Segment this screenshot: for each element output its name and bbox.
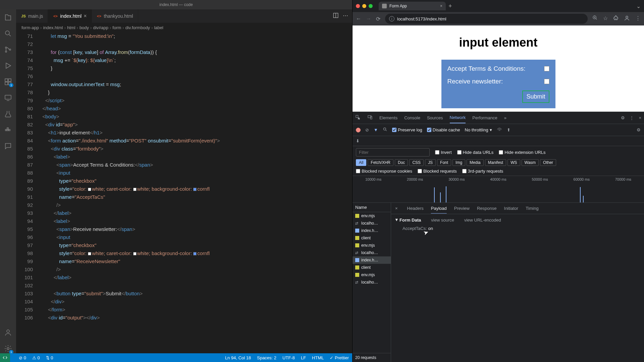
extensions-icon[interactable] bbox=[613, 15, 619, 22]
clear-icon[interactable]: ⊘ bbox=[365, 127, 369, 132]
code-editor[interactable]: 7172737475767778798081828384858687888990… bbox=[16, 32, 352, 353]
chip-manifest[interactable]: Manifest bbox=[485, 159, 506, 166]
blocked-requests-checkbox[interactable]: Blocked requests bbox=[418, 169, 457, 174]
more-tabs-icon[interactable]: » bbox=[504, 115, 506, 120]
extensions-icon[interactable]: 1 bbox=[3, 77, 13, 86]
view-url-encoded-link[interactable]: view URL-encoded bbox=[464, 218, 501, 223]
tab-payload[interactable]: Payload bbox=[431, 206, 447, 211]
status-lang[interactable]: HTML bbox=[312, 355, 324, 360]
chip-doc[interactable]: Doc bbox=[395, 159, 408, 166]
more-icon[interactable]: ⋯ bbox=[343, 12, 348, 20]
devtools-settings-icon[interactable]: ⚙ bbox=[621, 115, 625, 120]
tab-thankyou-html[interactable]: <>thankyou.html bbox=[92, 9, 138, 23]
tab-preview[interactable]: Preview bbox=[454, 206, 470, 211]
breadcrumb[interactable]: form-app› index.html› html› body› div#ap… bbox=[16, 23, 352, 32]
remote-indicator[interactable] bbox=[0, 353, 10, 362]
expand-down-icon[interactable]: ⌄ bbox=[636, 3, 641, 9]
settings-gear-icon[interactable]: 1 bbox=[3, 344, 13, 353]
browser-tab[interactable]: Form App × bbox=[379, 2, 446, 10]
site-info-icon[interactable]: i bbox=[389, 16, 394, 21]
chip-js[interactable]: JS bbox=[425, 159, 436, 166]
network-settings-icon[interactable]: ⚙ bbox=[637, 127, 641, 132]
request-row[interactable]: ⇄localho… bbox=[353, 220, 391, 227]
chip-all[interactable]: All bbox=[356, 159, 366, 166]
device-toggle-icon[interactable] bbox=[367, 115, 373, 121]
filter-input[interactable] bbox=[356, 148, 430, 157]
split-editor-icon[interactable] bbox=[333, 12, 339, 20]
request-row[interactable]: ⇄localho… bbox=[353, 249, 391, 256]
request-row[interactable]: client bbox=[353, 264, 391, 271]
devtools-close-icon[interactable]: × bbox=[639, 115, 641, 120]
address-bar[interactable]: i localhost:5173/index.html bbox=[385, 14, 588, 24]
tab-index-html[interactable]: <>index.html× bbox=[48, 9, 92, 23]
profile-icon[interactable] bbox=[624, 15, 630, 22]
accept-terms-row[interactable]: Accept Terms & Conditions: bbox=[447, 65, 549, 72]
newsletter-checkbox[interactable] bbox=[544, 79, 549, 84]
bookmark-icon[interactable]: ☆ bbox=[603, 15, 608, 22]
accept-terms-checkbox[interactable] bbox=[544, 66, 549, 71]
inspect-icon[interactable] bbox=[355, 115, 361, 121]
chip-ws[interactable]: WS bbox=[507, 159, 520, 166]
tab-initiator[interactable]: Initiator bbox=[504, 206, 519, 211]
chip-css[interactable]: CSS bbox=[409, 159, 424, 166]
explorer-icon[interactable] bbox=[3, 13, 13, 22]
tab-elements[interactable]: Elements bbox=[379, 113, 397, 123]
chip-other[interactable]: Other bbox=[540, 159, 556, 166]
network-conditions-icon[interactable] bbox=[497, 127, 502, 133]
status-prettier[interactable]: ✓ Prettier bbox=[330, 355, 349, 360]
chip-fetch-xhr[interactable]: Fetch/XHR bbox=[368, 159, 393, 166]
tab-console[interactable]: Console bbox=[404, 113, 420, 123]
chip-img[interactable]: Img bbox=[452, 159, 465, 166]
blocked-cookies-checkbox[interactable]: Blocked response cookies bbox=[356, 169, 412, 174]
filter-toggle-icon[interactable]: ▼ bbox=[374, 127, 378, 132]
remote-icon[interactable] bbox=[3, 93, 13, 103]
forward-icon[interactable]: → bbox=[366, 16, 371, 22]
request-row[interactable]: env.mjs bbox=[353, 212, 391, 220]
tab-network[interactable]: Network bbox=[450, 112, 466, 123]
request-row[interactable]: ⇄localho… bbox=[353, 279, 391, 286]
invert-checkbox[interactable]: Invert bbox=[435, 150, 452, 155]
status-ports[interactable]: ⇅ 0 bbox=[46, 355, 53, 360]
form-data-heading[interactable]: ▸Form Data bbox=[396, 218, 421, 223]
status-spaces[interactable]: Spaces: 2 bbox=[257, 355, 276, 360]
request-row[interactable]: env.mjs bbox=[353, 242, 391, 249]
submit-button[interactable]: Submit bbox=[522, 90, 549, 103]
record-button[interactable] bbox=[356, 128, 361, 132]
tab-sources[interactable]: Sources bbox=[427, 113, 443, 123]
search-icon[interactable] bbox=[383, 127, 387, 133]
export-har-icon[interactable]: ⬇ bbox=[356, 138, 360, 143]
source-control-icon[interactable] bbox=[3, 45, 13, 54]
request-row[interactable]: index.h… bbox=[353, 227, 391, 234]
name-column-header[interactable]: Name bbox=[353, 203, 391, 212]
devtools-menu-icon[interactable]: ⋮ bbox=[630, 115, 634, 120]
back-icon[interactable]: ← bbox=[356, 16, 361, 22]
preserve-log-checkbox[interactable]: Preserve log bbox=[392, 127, 422, 132]
tab-response[interactable]: Response bbox=[477, 206, 497, 211]
third-party-checkbox[interactable]: 3rd-party requests bbox=[462, 169, 503, 174]
close-detail-icon[interactable]: × bbox=[395, 206, 398, 211]
throttling-select[interactable]: No throttling ▾ bbox=[465, 127, 492, 132]
testing-icon[interactable] bbox=[3, 109, 13, 119]
tab-headers[interactable]: Headers bbox=[407, 206, 424, 211]
tab-main-js[interactable]: JSmain.js bbox=[16, 9, 48, 23]
newsletter-row[interactable]: Receive newsletter: bbox=[447, 78, 549, 85]
docker-icon[interactable] bbox=[3, 125, 13, 135]
request-row[interactable]: env.mjs bbox=[353, 271, 391, 279]
chip-wasm[interactable]: Wasm bbox=[522, 159, 539, 166]
request-row[interactable]: client bbox=[353, 234, 391, 242]
hide-data-urls-checkbox[interactable]: Hide data URLs bbox=[457, 150, 494, 155]
tab-timing[interactable]: Timing bbox=[526, 206, 539, 211]
comments-icon[interactable] bbox=[3, 141, 13, 151]
code-content[interactable]: let msg = "You submitted:\n"; for (const… bbox=[40, 32, 352, 353]
tab-performance[interactable]: Performance bbox=[472, 113, 497, 123]
hide-ext-urls-checkbox[interactable]: Hide extension URLs bbox=[499, 150, 545, 155]
new-tab-icon[interactable]: + bbox=[448, 3, 452, 10]
status-errors[interactable]: ⊘ 0 bbox=[19, 355, 26, 360]
zoom-icon[interactable] bbox=[592, 15, 598, 22]
reload-icon[interactable]: ⟳ bbox=[376, 16, 380, 22]
status-eol[interactable]: LF bbox=[301, 355, 306, 360]
request-row[interactable]: index.h… bbox=[353, 256, 391, 264]
status-warnings[interactable]: ⚠ 0 bbox=[32, 355, 40, 360]
menu-icon[interactable]: ⋮ bbox=[635, 15, 641, 22]
window-controls[interactable] bbox=[356, 4, 373, 8]
